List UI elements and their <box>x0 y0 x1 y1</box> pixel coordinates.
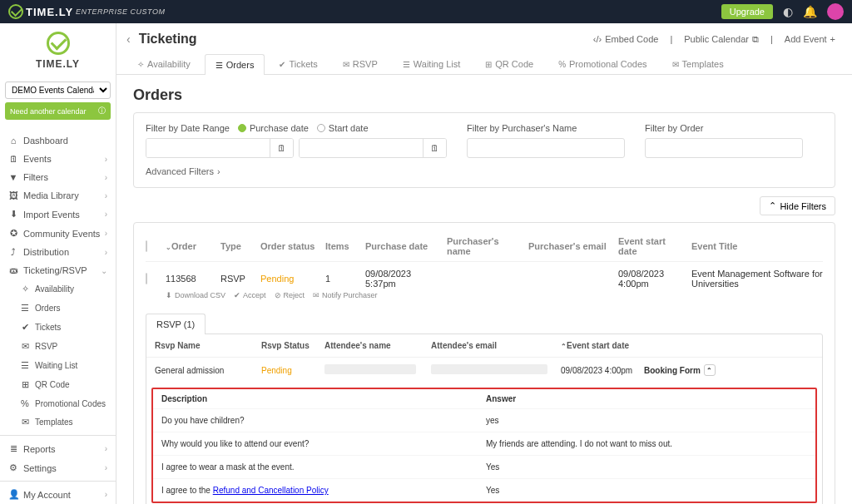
accept-link[interactable]: ✔Accept <box>234 291 266 299</box>
purchaser-name-input[interactable] <box>467 138 625 158</box>
col-event-title[interactable]: Event Title <box>691 241 823 251</box>
logo-check-icon <box>47 32 70 55</box>
radio-start-date[interactable]: Start date <box>317 123 369 133</box>
download-csv-link[interactable]: ⬇Download CSV <box>166 291 225 299</box>
back-icon[interactable]: ‹ <box>126 32 131 46</box>
notify-link[interactable]: ✉Notify Purchaser <box>313 291 378 299</box>
section-title: Orders <box>133 86 835 104</box>
add-event-link[interactable]: Add Event+ <box>785 34 835 44</box>
nav-label: Community Events <box>23 229 100 239</box>
nav-icon: ≣ <box>8 443 18 454</box>
sidebar-item-distribution[interactable]: ⤴Distribution› <box>0 243 116 261</box>
embed-link[interactable]: ‹/›Embed Code <box>593 34 659 44</box>
code-icon: ‹/› <box>593 34 602 44</box>
sidebar-item-filters[interactable]: ▼Filters› <box>0 168 116 186</box>
orders-panel: ⌄Order Type Order status Items Purchase … <box>133 222 835 504</box>
tab-tickets[interactable]: ✔Tickets <box>268 53 328 74</box>
need-calendar-label: Need another calendar <box>10 107 87 116</box>
col-status[interactable]: Order status <box>260 241 319 251</box>
tab-label: Waiting List <box>414 59 460 69</box>
help-icon[interactable]: ◐ <box>783 5 793 18</box>
sidebar-item-tickets[interactable]: ✔Tickets <box>0 318 116 337</box>
reject-link[interactable]: ⊘Reject <box>275 291 305 299</box>
sidebar-item-media-library[interactable]: 🖼Media Library› <box>0 186 116 205</box>
sidebar-item-templates[interactable]: ✉Templates <box>0 413 116 432</box>
col-purchaser-email[interactable]: Purchaser's email <box>528 241 612 251</box>
advanced-filters-link[interactable]: Advanced Filters› <box>146 166 220 176</box>
rsvp-col-event-start[interactable]: ⌃Event start date <box>561 341 644 350</box>
sidebar-item-availability[interactable]: ✧Availability <box>0 279 116 299</box>
nav-icon: ☰ <box>20 360 30 371</box>
col-items[interactable]: Items <box>325 241 359 251</box>
rsvp-col-form <box>644 341 814 350</box>
sort-icon: ⌄ <box>166 244 171 251</box>
bell-icon[interactable]: 🔔 <box>803 5 817 18</box>
sidebar-item-qr-code[interactable]: ⊞QR Code <box>0 375 116 394</box>
tab-waiting-list[interactable]: ☰Waiting List <box>392 53 471 74</box>
sidebar-item-events[interactable]: 🗓Events› <box>0 150 116 168</box>
tab-templates[interactable]: ✉Templates <box>661 53 735 74</box>
tab-promotional-codes[interactable]: %Promotional Codes <box>547 53 657 74</box>
chevron-right-icon: › <box>105 248 107 257</box>
upgrade-button[interactable]: Upgrade <box>721 4 773 19</box>
sidebar-item-rsvp[interactable]: ✉RSVP <box>0 337 116 356</box>
avatar[interactable] <box>827 3 844 20</box>
tab-icon: ✧ <box>137 60 144 69</box>
download-icon: ⬇ <box>166 291 172 299</box>
tab-availability[interactable]: ✧Availability <box>126 53 201 74</box>
chevron-up-icon: ⌃ <box>769 200 776 211</box>
date-to-picker[interactable]: 🗓 <box>423 139 446 157</box>
booking-form-toggle[interactable]: Booking Form⌃ <box>644 364 814 376</box>
nav-icon: ⤴ <box>8 247 18 257</box>
sidebar-item-waiting-list[interactable]: ☰Waiting List <box>0 356 116 375</box>
date-to-input[interactable] <box>300 139 423 157</box>
qa-row: Why would you like to attend our event?M… <box>153 432 815 455</box>
sidebar-item-my-account[interactable]: 👤My Account› <box>0 485 116 504</box>
rsvp-tab[interactable]: RSVP (1) <box>146 314 206 334</box>
sidebar-item-import-events[interactable]: ⬇Import Events› <box>0 205 116 224</box>
tab-qr-code[interactable]: ⊞QR Code <box>474 53 544 74</box>
calendar-select[interactable]: DEMO Events Calendar (M... <box>5 82 111 99</box>
radio-purchase-date[interactable]: Purchase date <box>238 123 309 133</box>
nav-label: Availability <box>35 284 74 294</box>
row-checkbox[interactable] <box>146 273 147 284</box>
col-event-start[interactable]: Event start date <box>618 236 685 256</box>
sidebar-item-settings[interactable]: ⚙Settings› <box>0 458 116 477</box>
col-type[interactable]: Type <box>220 241 254 251</box>
topbar: TIME.LY ENTERPRISE CUSTOM Upgrade ◐ 🔔 <box>0 0 852 23</box>
order-type: RSVP <box>220 274 254 284</box>
order-status: Pending <box>260 274 319 284</box>
qa-answer: Yes <box>486 486 807 495</box>
nav-label: Import Events <box>23 210 80 220</box>
sidebar-item-dashboard[interactable]: ⌂Dashboard <box>0 131 116 150</box>
nav-icon: 🖼 <box>8 190 18 200</box>
col-order[interactable]: ⌄Order <box>166 241 214 251</box>
col-purchase-date[interactable]: Purchase date <box>365 241 440 251</box>
date-from-picker[interactable]: 🗓 <box>270 139 293 157</box>
sidebar-item-ticketing-rsvp[interactable]: 🎟Ticketing/RSVP⌄ <box>0 261 116 279</box>
sidebar-item-promotional-codes[interactable]: %Promotional Codes <box>0 394 116 413</box>
nav-icon: ✉ <box>20 417 30 427</box>
qa-col-description: Description <box>161 394 486 403</box>
order-id[interactable]: 113568 <box>166 274 214 284</box>
tab-label: Tickets <box>289 59 317 69</box>
public-calendar-link[interactable]: Public Calendar⧉ <box>684 34 759 45</box>
col-purchaser-name[interactable]: Purchaser's name <box>447 236 522 256</box>
order-input[interactable] <box>645 138 803 158</box>
sidebar-item-orders[interactable]: ☰Orders <box>0 299 116 318</box>
nav-label: Filters <box>23 172 48 182</box>
date-from-input[interactable] <box>146 139 270 157</box>
hide-filters-button[interactable]: ⌃Hide Filters <box>760 196 835 215</box>
tab-orders[interactable]: ☰Orders <box>205 54 265 75</box>
tab-rsvp[interactable]: ✉RSVP <box>332 53 389 74</box>
sidebar-item-community-events[interactable]: ✪Community Events› <box>0 224 116 243</box>
select-all-checkbox[interactable] <box>146 240 147 252</box>
tab-label: Templates <box>682 59 724 69</box>
need-calendar-button[interactable]: Need another calendar ⓘ <box>5 102 111 120</box>
sidebar-logo: TIME.LY <box>0 23 116 77</box>
qa-row: I agree to wear a mask at the event.Yes <box>153 455 815 478</box>
nav-label: My Account <box>23 490 71 500</box>
sidebar-item-reports[interactable]: ≣Reports› <box>0 439 116 458</box>
main: ‹ Ticketing ‹/›Embed Code | Public Calen… <box>116 23 852 504</box>
rsvp-detail: RSVP (1) Rsvp Name Rsvp Status Attendee'… <box>146 313 823 504</box>
